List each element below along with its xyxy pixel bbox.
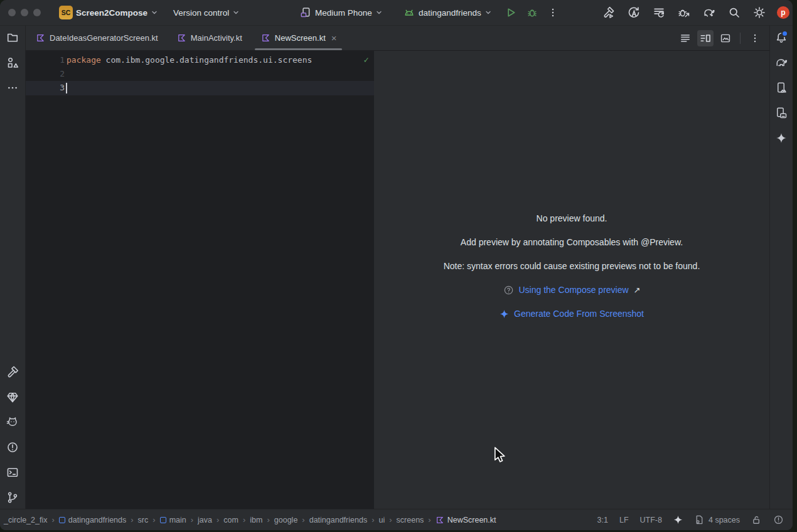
inspections-status-icon[interactable] <box>773 514 784 525</box>
gemini-status-icon[interactable] <box>673 515 683 524</box>
project-selector[interactable]: Screen2Compose <box>76 0 158 25</box>
profiler-button[interactable] <box>702 5 717 20</box>
minimize-window-button[interactable] <box>21 9 28 16</box>
breadcrumb-item[interactable]: main <box>160 516 186 524</box>
gemini-sparkle-icon <box>500 309 509 319</box>
running-devices-button[interactable] <box>774 80 789 95</box>
hammer-icon <box>6 366 19 378</box>
design-view-button[interactable] <box>717 30 734 46</box>
run-config-selector[interactable]: datingandfriends <box>404 0 491 25</box>
resource-manager-button[interactable] <box>5 55 20 70</box>
window-controls <box>8 9 41 16</box>
line-number-active: 3 <box>40 81 65 95</box>
close-tab-icon[interactable]: × <box>331 33 337 43</box>
attach-debugger-button[interactable] <box>677 5 692 20</box>
external-link-icon: ↗ <box>634 285 641 295</box>
syntax-error-note: Note: syntax errors could cause existing… <box>444 254 700 278</box>
line-ending-widget[interactable]: LF <box>619 516 629 524</box>
notifications-button[interactable] <box>774 30 789 45</box>
zoom-window-button[interactable] <box>33 9 41 16</box>
more-tool-windows-button[interactable] <box>5 80 20 95</box>
device-manager-button[interactable] <box>774 105 789 120</box>
apply-changes-icon <box>628 6 640 19</box>
help-link-text: Using the Compose preview <box>519 285 629 295</box>
chevron-down-icon <box>485 9 491 16</box>
project-tool-window-button[interactable] <box>5 30 20 45</box>
project-name: Screen2Compose <box>76 8 147 18</box>
kotlin-file-icon <box>436 516 444 524</box>
indent-widget[interactable]: 4 spaces <box>694 514 740 525</box>
split-view-button[interactable] <box>697 30 714 46</box>
breadcrumb-item[interactable]: google <box>274 516 298 524</box>
breadcrumb-item[interactable]: com <box>223 516 238 524</box>
breadcrumb-item[interactable]: NewScreen.kt <box>436 516 496 524</box>
build-project-button[interactable] <box>601 5 616 20</box>
tab-label: MainActivity.kt <box>191 33 242 43</box>
version-control-tool-window-button[interactable] <box>5 490 20 505</box>
run-config-name: datingandfriends <box>419 8 481 18</box>
generate-code-link[interactable]: Generate Code From Screenshot <box>500 302 644 326</box>
line-number: 2 <box>40 67 65 81</box>
profiler-icon <box>703 6 715 19</box>
logcat-tool-window-button[interactable] <box>5 415 20 430</box>
breadcrumb-item[interactable]: datingandfriends <box>59 516 126 524</box>
breadcrumb-separator: › <box>389 515 392 524</box>
breadcrumb-label: screens <box>397 516 424 524</box>
breadcrumb-separator: › <box>302 515 304 524</box>
breadcrumb-label: datingandfriends <box>309 516 367 524</box>
editor-view-button[interactable] <box>677 30 693 46</box>
device-selector[interactable]: Medium Phone <box>300 0 382 25</box>
breadcrumb-separator: › <box>428 515 431 524</box>
code-editor[interactable]: 1 2 3 package com.ibm.google.datingandfr… <box>26 51 374 509</box>
breadcrumb-separator: › <box>191 515 193 524</box>
editor-tab-bar: DateIdeasGeneratorScreen.kt MainActivity… <box>26 26 769 51</box>
device-name: Medium Phone <box>315 8 372 18</box>
breadcrumb-label: com <box>223 516 238 524</box>
gradle-tool-window-button[interactable] <box>774 55 789 70</box>
breadcrumb-label: datingandfriends <box>68 516 126 524</box>
gem-icon <box>6 391 19 403</box>
debug-button[interactable] <box>525 5 540 20</box>
version-control-menu[interactable]: Version control <box>173 0 239 25</box>
run-button[interactable] <box>503 5 518 20</box>
breadcrumb-item[interactable]: datingandfriends <box>309 516 367 524</box>
breadcrumb-item[interactable]: src <box>138 516 149 524</box>
apply-code-changes-icon <box>653 6 665 19</box>
play-icon <box>505 7 516 18</box>
gemini-tool-window-button[interactable] <box>774 130 789 146</box>
profile-avatar[interactable]: p <box>777 6 789 19</box>
more-actions-button[interactable] <box>545 5 560 20</box>
apply-code-changes-button[interactable] <box>651 5 666 20</box>
settings-button[interactable] <box>752 5 767 20</box>
breadcrumb-label: src <box>138 516 149 524</box>
device-manager-icon <box>775 107 788 119</box>
breadcrumb-separator: › <box>243 515 245 524</box>
apply-changes-button[interactable] <box>626 5 641 20</box>
close-window-button[interactable] <box>8 9 16 16</box>
breadcrumb-item[interactable]: ui <box>378 516 385 524</box>
encoding-widget[interactable]: UTF-8 <box>640 516 662 524</box>
breadcrumb-item[interactable]: _circle_2_fix <box>4 516 47 524</box>
app-quality-insights-button[interactable] <box>5 390 20 405</box>
right-tool-window-bar <box>769 26 793 509</box>
breadcrumb-item[interactable]: ibm <box>250 516 262 524</box>
build-tool-window-button[interactable] <box>5 364 20 380</box>
tab-dateideasgeneratorscreen[interactable]: DateIdeasGeneratorScreen.kt <box>26 26 167 50</box>
search-everywhere-button[interactable] <box>727 5 742 20</box>
caret-position-widget[interactable]: 3:1 <box>597 516 608 524</box>
terminal-tool-window-button[interactable] <box>5 465 20 480</box>
compose-preview-help-link[interactable]: Using the Compose preview ↗ <box>503 278 641 302</box>
breadcrumb-item[interactable]: java <box>198 516 212 524</box>
chevron-down-icon <box>233 9 239 16</box>
problems-tool-window-button[interactable] <box>5 440 20 455</box>
breadcrumb-label: google <box>274 516 298 524</box>
editor-options-button[interactable] <box>747 30 763 46</box>
search-icon <box>728 6 741 19</box>
breadcrumb-item[interactable]: screens <box>397 516 424 524</box>
breadcrumb-separator: › <box>217 515 219 524</box>
chevron-down-icon <box>376 9 382 16</box>
tab-newscreen[interactable]: NewScreen.kt × <box>251 26 346 50</box>
unlock-icon[interactable] <box>751 514 762 525</box>
gradle-elephant-icon <box>775 56 788 69</box>
tab-mainactivity[interactable]: MainActivity.kt <box>167 26 251 50</box>
